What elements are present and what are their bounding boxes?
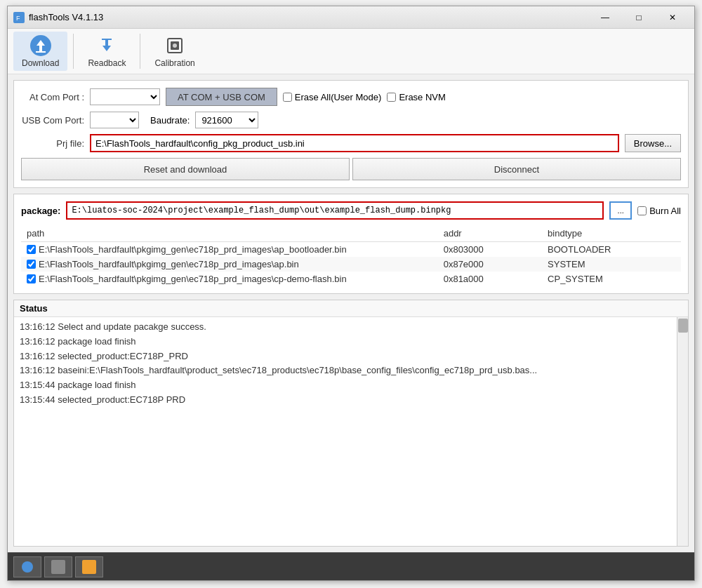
burn-all-text: Burn All: [649, 206, 681, 216]
main-content: At Com Port : AT COM + USB COM Erase All…: [8, 74, 694, 552]
calibration-icon: [164, 34, 186, 57]
row-checkbox[interactable]: [27, 274, 36, 283]
status-line: 13:16:12 Select and update pacakge succe…: [20, 320, 671, 335]
table-body: E:\FlashTools_hardfault\pkgimg_gen\ec718…: [21, 242, 681, 287]
svg-point-9: [173, 44, 177, 48]
file-table: path addr bindtype E:\FlashTools_hardfau…: [21, 225, 681, 286]
status-line: 13:15:44 selected_product:EC718P PRD: [20, 393, 671, 408]
table-cell-bindtype: SYSTEM: [542, 257, 681, 272]
reset-download-button[interactable]: Reset and download: [21, 158, 350, 180]
at-com-usb-com-button[interactable]: AT COM + USB COM: [166, 88, 277, 106]
svg-rect-6: [102, 39, 112, 40]
erase-all-checkbox[interactable]: [283, 93, 292, 102]
calibration-toolbar-button[interactable]: Calibration: [146, 32, 203, 71]
row-checkbox[interactable]: [27, 245, 36, 254]
table-cell-addr: 0x81a000: [438, 272, 542, 286]
usb-com-row: USB Com Port: Baudrate: 921600: [21, 112, 681, 128]
table-row: E:\FlashTools_hardfault\pkgimg_gen\ec718…: [21, 257, 681, 272]
download-toolbar-button[interactable]: Download: [13, 32, 67, 71]
close-button[interactable]: ✕: [656, 7, 689, 28]
package-section: package: ... Burn All path addr bindtype: [13, 194, 689, 294]
title-bar: F flashTools V4.1.13 — □ ✕: [8, 6, 694, 29]
table-cell-bindtype: BOOTLOADER: [542, 242, 681, 258]
table-header-row: path addr bindtype: [21, 225, 681, 242]
table-row: E:\FlashTools_hardfault\pkgimg_gen\ec718…: [21, 272, 681, 286]
table-row: E:\FlashTools_hardfault\pkgimg_gen\ec718…: [21, 242, 681, 258]
status-line: 13:15:44 package load finish: [20, 378, 671, 393]
status-line: 13:16:12 baseini:E:\FlashTools_hardfault…: [20, 363, 671, 378]
taskbar-item3[interactable]: [75, 556, 103, 577]
taskbar-item2[interactable]: [44, 556, 72, 577]
svg-point-10: [22, 561, 33, 573]
calibration-label: Calibration: [154, 58, 194, 68]
svg-rect-4: [36, 51, 46, 53]
table-cell-path: E:\FlashTools_hardfault\pkgimg_gen\ec718…: [21, 257, 438, 272]
taskbar: [8, 552, 694, 580]
status-scrollbar[interactable]: [677, 317, 688, 546]
readback-icon: [95, 34, 118, 57]
status-header: Status: [14, 300, 688, 317]
taskbar-item1[interactable]: [13, 556, 41, 577]
maximize-button[interactable]: □: [623, 7, 655, 28]
app-icon: F: [13, 12, 25, 23]
usb-com-label: USB Com Port:: [21, 115, 84, 126]
readback-label: Readback: [88, 58, 126, 68]
svg-rect-12: [82, 560, 96, 574]
row-path: E:\FlashTools_hardfault\pkgimg_gen\ec718…: [39, 259, 299, 269]
baudrate-label: Baudrate:: [150, 115, 190, 126]
table-cell-addr: 0x87e000: [438, 257, 542, 272]
row-checkbox[interactable]: [27, 260, 36, 269]
table-cell-addr: 0x803000: [438, 242, 542, 258]
status-content[interactable]: 13:16:12 Select and update pacakge succe…: [14, 317, 677, 546]
package-label: package:: [21, 206, 60, 216]
action-row: Reset and download Disconnect: [21, 158, 681, 180]
svg-text:F: F: [16, 15, 20, 22]
prj-file-row: Prj file: Browse...: [21, 134, 681, 152]
erase-nvm-checkbox[interactable]: [387, 93, 396, 102]
download-icon: [29, 34, 52, 57]
svg-rect-11: [51, 560, 65, 574]
status-line: 13:16:12 package load finish: [20, 335, 671, 349]
package-path-input[interactable]: [66, 201, 604, 220]
status-line: 13:16:12 selected_product:EC718P_PRD: [20, 349, 671, 364]
com-port-row: At Com Port : AT COM + USB COM Erase All…: [21, 88, 681, 106]
package-row: package: ... Burn All: [21, 201, 681, 220]
col-path: path: [21, 225, 438, 242]
toolbar-separator: [73, 34, 74, 69]
disconnect-button[interactable]: Disconnect: [352, 158, 681, 180]
row-path: E:\FlashTools_hardfault\pkgimg_gen\ec718…: [39, 274, 347, 284]
burn-all-checkbox[interactable]: [637, 206, 647, 215]
window-title: flashTools V4.1.13: [29, 12, 589, 22]
col-bindtype: bindtype: [542, 225, 681, 242]
status-section: Status 13:16:12 Select and update pacakg…: [13, 300, 689, 547]
row-path: E:\FlashTools_hardfault\pkgimg_gen\ec718…: [39, 244, 347, 255]
browse-button[interactable]: Browse...: [625, 134, 681, 152]
table-cell-path: E:\FlashTools_hardfault\pkgimg_gen\ec718…: [21, 242, 438, 258]
table-cell-path: E:\FlashTools_hardfault\pkgimg_gen\ec718…: [21, 272, 438, 286]
baudrate-select[interactable]: 921600: [195, 112, 258, 128]
prj-file-input[interactable]: [90, 134, 619, 152]
erase-nvm-checkbox-label[interactable]: Erase NVM: [387, 92, 445, 102]
prj-file-label: Prj file:: [21, 138, 84, 149]
readback-toolbar-button[interactable]: Readback: [79, 32, 134, 71]
download-label: Download: [22, 58, 59, 68]
minimize-button[interactable]: —: [589, 7, 621, 28]
svg-marker-5: [102, 40, 111, 51]
usb-com-select[interactable]: [90, 112, 139, 128]
col-addr: addr: [438, 225, 542, 242]
toolbar-separator2: [140, 34, 140, 69]
package-browse-button[interactable]: ...: [609, 201, 632, 220]
window-controls: — □ ✕: [589, 7, 689, 28]
config-form: At Com Port : AT COM + USB COM Erase All…: [13, 80, 689, 188]
burn-all-label[interactable]: Burn All: [637, 206, 681, 216]
table-cell-bindtype: CP_SYSTEM: [542, 272, 681, 286]
table-header: path addr bindtype: [21, 225, 681, 242]
erase-nvm-label: Erase NVM: [399, 92, 445, 102]
erase-all-label: Erase All(User Mode): [295, 92, 382, 102]
at-com-label: At Com Port :: [21, 92, 84, 102]
toolbar: Download Readback Calibration: [8, 29, 694, 74]
erase-all-checkbox-label[interactable]: Erase All(User Mode): [283, 92, 382, 102]
at-com-select[interactable]: [90, 88, 160, 105]
